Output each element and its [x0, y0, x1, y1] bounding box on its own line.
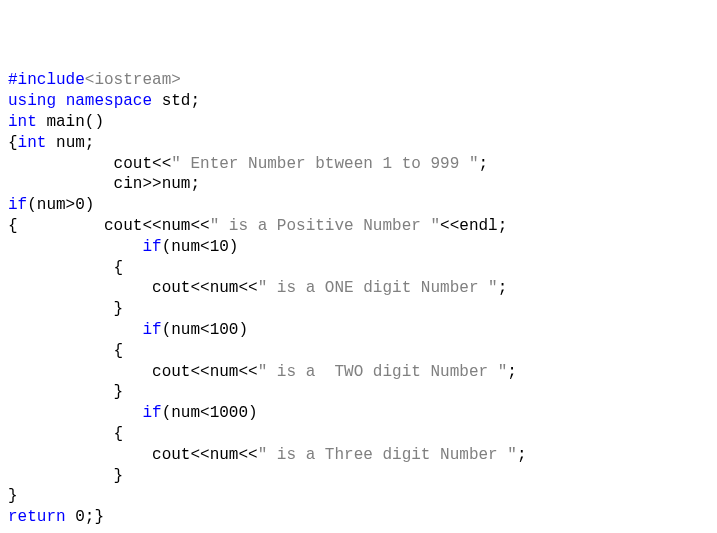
code-line: if(num<10): [8, 237, 709, 258]
keyword: if: [142, 321, 161, 339]
keyword: namespace: [66, 92, 152, 110]
code-line: }: [8, 466, 709, 487]
code-line: using namespace std;: [8, 91, 709, 112]
keyword: return: [8, 508, 66, 526]
keyword: int: [18, 134, 47, 152]
code-line: cout<<num<<" is a ONE digit Number ";: [8, 278, 709, 299]
keyword: int: [8, 113, 37, 131]
code-line: {: [8, 341, 709, 362]
code-block: #include<iostream>using namespace std;in…: [8, 70, 709, 528]
keyword: if: [142, 404, 161, 422]
code-line: cin>>num;: [8, 174, 709, 195]
keyword: if: [8, 196, 27, 214]
code-line: }: [8, 382, 709, 403]
string-literal: " is a Positive Number ": [210, 217, 440, 235]
code-line: { cout<<num<<" is a Positive Number "<<e…: [8, 216, 709, 237]
code-line: if(num>0): [8, 195, 709, 216]
string-literal: " is a TWO digit Number ": [258, 363, 508, 381]
code-line: }: [8, 486, 709, 507]
code-line: if(num<1000): [8, 403, 709, 424]
preprocessor: #include: [8, 71, 85, 89]
code-line: return 0;}: [8, 507, 709, 528]
code-line: #include<iostream>: [8, 70, 709, 91]
code-line: cout<<num<<" is a Three digit Number ";: [8, 445, 709, 466]
code-line: {: [8, 258, 709, 279]
code-line: cout<<" Enter Number btween 1 to 999 ";: [8, 154, 709, 175]
include-path: <iostream>: [85, 71, 181, 89]
code-line: {: [8, 424, 709, 445]
code-line: if(num<100): [8, 320, 709, 341]
code-line: int main(): [8, 112, 709, 133]
code-line: cout<<num<<" is a TWO digit Number ";: [8, 362, 709, 383]
code-line: }: [8, 299, 709, 320]
string-literal: " Enter Number btween 1 to 999 ": [171, 155, 478, 173]
keyword: if: [142, 238, 161, 256]
keyword: using: [8, 92, 56, 110]
code-line: {int num;: [8, 133, 709, 154]
string-literal: " is a Three digit Number ": [258, 446, 517, 464]
string-literal: " is a ONE digit Number ": [258, 279, 498, 297]
